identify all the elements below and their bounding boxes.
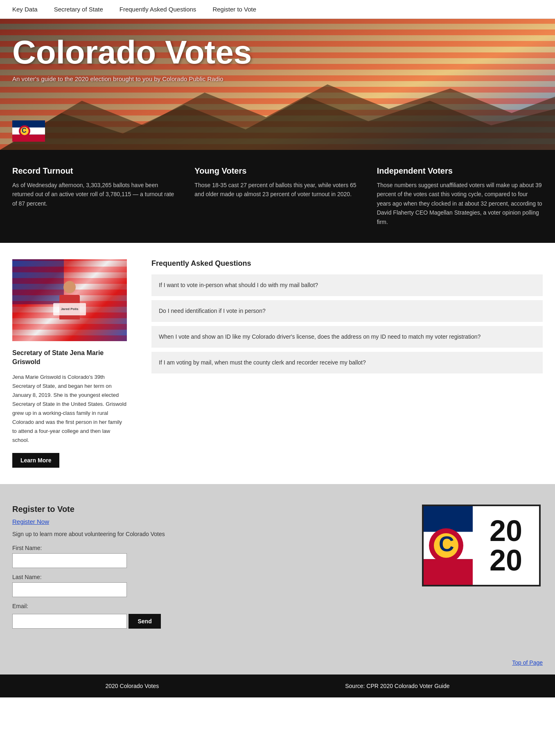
learn-more-button[interactable]: Learn More (12, 453, 59, 468)
footer-left: 2020 Colorado Votes (105, 683, 159, 689)
sos-photo: Jared Polis (12, 259, 127, 341)
figure-head (63, 281, 76, 293)
nav-register[interactable]: Register to Vote (212, 6, 256, 13)
sos-figure-silhouette: Jared Polis (59, 281, 80, 319)
register-form-area: Register to Vote Register Now Sign up to… (12, 505, 395, 634)
stat-young-voters-title: Young Voters (194, 166, 360, 176)
nav-faq[interactable]: Frequently Asked Questions (120, 6, 196, 13)
hero-title: Colorado Votes (12, 35, 543, 70)
nav-key-data[interactable]: Key Data (12, 6, 38, 13)
svg-rect-12 (424, 559, 473, 587)
top-of-page-row: Top of Page (0, 655, 555, 675)
faq-item-1[interactable]: Do I need identification if I vote in pe… (151, 300, 543, 322)
svg-rect-5 (12, 135, 45, 142)
svg-text:C: C (439, 532, 454, 556)
colorado-flag-logo-svg: C (424, 505, 473, 586)
stat-record-turnout: Record Turnout As of Wednesday afternoon… (12, 166, 178, 226)
faq-title: Frequently Asked Questions (151, 259, 543, 268)
register-desc: Sign up to learn more about volunteering… (12, 531, 395, 537)
email-label: Email: (12, 603, 395, 609)
stat-independent-voters-text: Those numbers suggest unaffiliated voter… (377, 181, 543, 226)
email-input[interactable] (12, 614, 127, 629)
faq-section: Frequently Asked Questions If I want to … (151, 259, 543, 468)
hero-subtitle: An voter's guide to the 2020 election br… (12, 75, 543, 82)
register-title: Register to Vote (12, 505, 395, 514)
co-flag-in-logo: C (424, 506, 473, 585)
sos-name: Secretary of State Jena Marie Griswold (12, 349, 127, 367)
stat-young-voters-text: Those 18-35 cast 27 percent of ballots t… (194, 181, 360, 199)
sos-bio: Jena Marie Griswold is Colorado's 39th S… (12, 373, 127, 445)
register-section: Register to Vote Register Now Sign up to… (0, 484, 555, 655)
nav: Key Data Secretary of State Frequently A… (0, 0, 555, 19)
register-now-link[interactable]: Register Now (12, 518, 395, 525)
main-content: Jared Polis Secretary of State Jena Mari… (0, 243, 555, 484)
stat-record-turnout-text: As of Wednesday afternoon, 3,303,265 bal… (12, 181, 178, 208)
svg-rect-10 (424, 505, 473, 532)
2020-text: 20 20 (473, 506, 539, 585)
first-name-label: First Name: (12, 545, 395, 551)
sos-section: Jared Polis Secretary of State Jena Mari… (12, 259, 127, 468)
footer: 2020 Colorado Votes Source: CPR 2020 Col… (0, 675, 555, 697)
top-of-page-link[interactable]: Top of Page (512, 659, 543, 666)
hero-flag: C (12, 120, 45, 142)
send-button[interactable]: Send (129, 614, 160, 629)
svg-rect-3 (12, 120, 45, 127)
colorado-flag-hero: C (12, 120, 45, 142)
colorado-2020-logo: C 20 20 (422, 505, 541, 586)
faq-item-3[interactable]: If I am voting by mail, when must the co… (151, 352, 543, 373)
stats-bar: Record Turnout As of Wednesday afternoon… (0, 150, 555, 243)
2020-line2: 20 (490, 545, 522, 575)
stat-independent-voters-title: Independent Voters (377, 166, 543, 176)
2020-line1: 20 (490, 516, 522, 545)
stat-young-voters: Young Voters Those 18-35 cast 27 percent… (194, 166, 360, 226)
stat-independent-voters: Independent Voters Those numbers suggest… (377, 166, 543, 226)
register-logo-area: C 20 20 (420, 505, 543, 634)
faq-item-2[interactable]: When I vote and show an ID like my Color… (151, 326, 543, 348)
first-name-input[interactable] (12, 553, 127, 568)
hero-section: Colorado Votes An voter's guide to the 2… (0, 19, 555, 150)
footer-right: Source: CPR 2020 Colorado Voter Guide (345, 683, 449, 689)
last-name-input[interactable] (12, 582, 127, 597)
stat-record-turnout-title: Record Turnout (12, 166, 178, 176)
podium-nameplate: Jared Polis (53, 303, 86, 315)
last-name-label: Last Name: (12, 574, 395, 580)
svg-text:C: C (22, 127, 27, 134)
sos-figure: Jared Polis (12, 259, 127, 341)
faq-item-0[interactable]: If I want to vote in-person what should … (151, 274, 543, 296)
nav-secretary-of-state[interactable]: Secretary of State (54, 6, 103, 13)
